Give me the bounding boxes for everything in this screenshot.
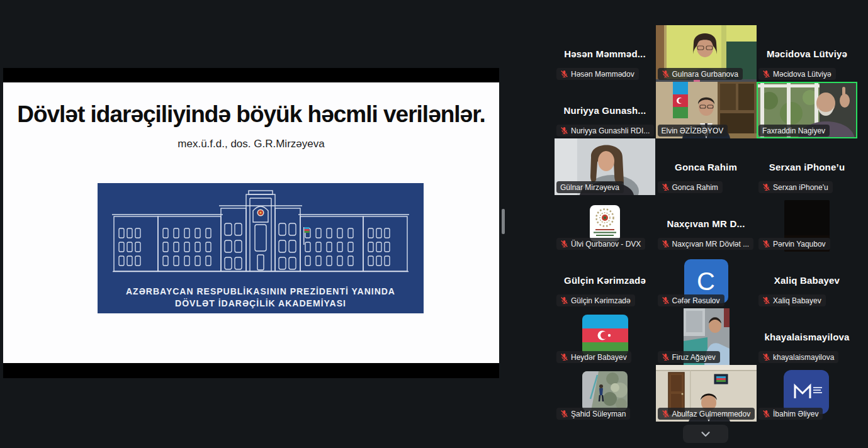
participant-name-label: Xaliq Babayev	[773, 296, 821, 305]
muted-mic-icon	[662, 353, 670, 361]
muted-mic-icon	[560, 353, 568, 361]
muted-mic-icon	[762, 70, 770, 78]
naxcivan-emblem	[590, 205, 620, 242]
participant-tile-abulfaz-gulmemmedov[interactable]: Abulfaz Gulmemmedov	[656, 365, 757, 422]
participant-nametag: Pərvin Yaqubov	[758, 238, 830, 250]
participant-name-label: khayalaismayilova	[773, 353, 834, 362]
participant-name-label: Nuriyya Gunashli RDI...	[571, 126, 650, 135]
azerbaijan-flag	[582, 315, 628, 356]
participant-nametag: Nuriyya Gunashli RDI...	[556, 125, 654, 137]
participant-tile-nuriyya-gunashli[interactable]: Nuriyya Gunash...Nuriyya Gunashli RDI...	[555, 82, 655, 138]
participant-tile-khayalaismayilova[interactable]: khayalaismayilovakhayalaismayilova	[757, 308, 857, 365]
participant-tile-sahid-suleyman[interactable]: Şahid Süleyman	[555, 365, 655, 422]
muted-mic-icon	[762, 410, 770, 418]
participant-name-label: Gülnar Mirzəyeva	[560, 183, 619, 192]
building-emblem	[257, 210, 264, 216]
muted-mic-icon	[762, 353, 770, 361]
participant-tile-serxan-iphone[interactable]: Serxan iPhone’uSerxan iPhone'u	[757, 138, 857, 195]
participant-nametag: Şahid Süleyman	[556, 408, 630, 420]
participant-nametag: Faxraddin Nagiyev	[758, 125, 830, 137]
muted-mic-icon	[662, 70, 670, 78]
participant-tile-heydar-babayev[interactable]: Heydər Babayev	[555, 308, 655, 365]
participant-name-label: Ülvi Qurbanov - DVX	[571, 240, 641, 249]
academy-caption-line1: AZƏRBAYCAN RESPUBLİKASININ PREZİDENTİ YA…	[126, 286, 395, 296]
participant-name-label: Heydər Babayev	[571, 353, 627, 362]
dvx-emblem-avatar	[590, 205, 620, 242]
participant-name-label: Həsən Məmmədov	[571, 70, 634, 79]
participant-gallery: Həsən Məmməd...Həsən MəmmədovGulnara Gur…	[555, 25, 858, 422]
participant-name-label: Pərvin Yaqubov	[773, 240, 826, 249]
participant-tile-cafar-rasulov[interactable]: CCəfər Rəsulov	[656, 252, 757, 308]
participant-tile-gonca-rahim[interactable]: Gonca RahimGonca Rahim	[656, 138, 757, 195]
muted-mic-icon	[762, 240, 770, 248]
participant-name-label: Firuz Ağayev	[672, 353, 716, 362]
participant-name-label: Məcidova Lütviyə	[773, 70, 831, 79]
participant-nametag: Heydər Babayev	[556, 351, 631, 363]
participant-tile-gulnar-mirzayeva[interactable]: Gülnar Mirzəyeva	[555, 138, 655, 195]
meeting-window: Dövlət idarəçiliyində böyük həcmli veril…	[0, 0, 868, 448]
participant-nametag: Gonca Rahim	[658, 181, 723, 193]
muted-mic-icon	[560, 70, 568, 78]
chevron-down-icon	[699, 427, 713, 441]
participant-tile-gulnara-gurbanova[interactable]: Gulnara Gurbanova	[656, 25, 757, 82]
participant-display-name: Gülçin Kərimzadə	[555, 275, 655, 286]
muted-mic-icon	[560, 410, 568, 418]
muted-mic-icon	[560, 296, 568, 305]
participant-tile-parvin-yaqubov[interactable]: Pərvin Yaqubov	[757, 195, 857, 252]
slide-subtitle: mex.ü.f.d., dos. G.R.Mirzəyeva	[3, 138, 499, 150]
participant-nametag: Həsən Məmmədov	[556, 68, 639, 80]
participant-name-label: Gulnara Gurbanova	[672, 70, 738, 79]
participant-display-name: Həsən Məmməd...	[555, 48, 655, 59]
participant-nametag: khayalaismayilova	[758, 351, 838, 363]
muted-mic-icon	[662, 410, 670, 418]
participant-nametag: Gulnara Gurbanova	[658, 68, 743, 80]
participant-nametag: Firuz Ağayev	[658, 351, 720, 363]
participant-nametag: Gülnar Mirzəyeva	[556, 181, 624, 193]
muted-mic-icon	[762, 296, 770, 305]
azerbaijan-flag-avatar	[582, 315, 628, 356]
muted-mic-icon	[662, 183, 670, 191]
participant-name-label: Elvin ƏZİZBƏYOV	[662, 126, 724, 135]
participant-name-label: Cəfər Rəsulov	[672, 296, 720, 305]
participant-nametag: Xaliq Babayev	[758, 294, 826, 306]
participant-nametag: Abulfaz Gulmemmedov	[658, 408, 755, 420]
screen-share-frame: Dövlət idarəçiliyində böyük həcmli veril…	[3, 68, 499, 378]
avatar-initial: C	[697, 267, 715, 296]
slide-title: Dövlət idarəçiliyində böyük həcmli veril…	[3, 101, 499, 128]
participant-name-label: Faxraddin Nagiyev	[762, 126, 825, 135]
participant-tile-naxcivan-mr[interactable]: Naxçıvan MR D...Naxçıvan MR Dövlət ...	[656, 195, 757, 252]
participant-nametag: Elvin ƏZİZBƏYOV	[658, 125, 728, 137]
presentation-slide: Dövlət idarəçiliyində böyük həcmli veril…	[3, 82, 499, 363]
participant-tile-ulvi-qurbanov[interactable]: Ülvi Qurbanov - DVX	[555, 195, 655, 252]
participant-tile-hasan-mammadov[interactable]: Həsən Məmməd...Həsən Məmmədov	[555, 25, 655, 82]
participant-display-name: Xaliq Babayev	[757, 275, 857, 286]
participant-name-label: Serxan iPhone'u	[773, 183, 828, 192]
participant-tile-xaliq-babayev[interactable]: Xaliq BabayevXaliq Babayev	[757, 252, 857, 308]
participant-name-label: Gonca Rahim	[672, 183, 718, 192]
muted-mic-icon	[560, 240, 568, 248]
participant-tile-gulcin-karimzada[interactable]: Gülçin KərimzadəGülçin Kərimzadə	[555, 252, 655, 308]
participant-display-name: Nuriyya Gunash...	[555, 105, 655, 116]
participant-name-label: Naxçıvan MR Dövlət ...	[672, 240, 750, 249]
muted-mic-icon	[560, 126, 568, 135]
academy-caption-line2: DÖVLƏT İDARƏÇİLİK AKADEMİYASI	[175, 298, 346, 308]
participant-tile-firuz-agayev[interactable]: Firuz Ağayev	[656, 308, 757, 365]
participant-nametag: İbahim Əliyev	[758, 408, 823, 420]
participant-name-label: İbahim Əliyev	[773, 410, 818, 418]
participant-nametag: Gülçin Kərimzadə	[556, 294, 635, 306]
participant-tile-elvin-azizbayov[interactable]: Elvin ƏZİZBƏYOV	[656, 82, 757, 138]
participant-display-name: Gonca Rahim	[656, 162, 757, 172]
participant-nametag: Cəfər Rəsulov	[658, 294, 724, 306]
collapse-gallery-button[interactable]	[683, 425, 728, 443]
photo-avatar-road	[582, 371, 628, 411]
share-scrollbar-thumb[interactable]	[502, 209, 505, 234]
participant-tile-faxraddin-nagiyev[interactable]: Faxraddin Nagiyev	[757, 82, 857, 138]
participant-tile-ibahim-aliyev[interactable]: İbahim Əliyev	[757, 365, 857, 422]
participant-display-name: Serxan iPhone’u	[757, 162, 857, 172]
muted-mic-icon	[662, 296, 670, 305]
participant-name-label: Abulfaz Gulmemmedov	[672, 410, 751, 418]
academy-logo: AZƏRBAYCAN RESPUBLİKASININ PREZİDENTİ YA…	[98, 183, 424, 313]
muted-mic-icon	[762, 183, 770, 191]
participant-tile-macidova-lutviya[interactable]: Məcidova LütviyəMəcidova Lütviyə	[757, 25, 857, 82]
participant-display-name: khayalaismayilova	[757, 332, 857, 342]
